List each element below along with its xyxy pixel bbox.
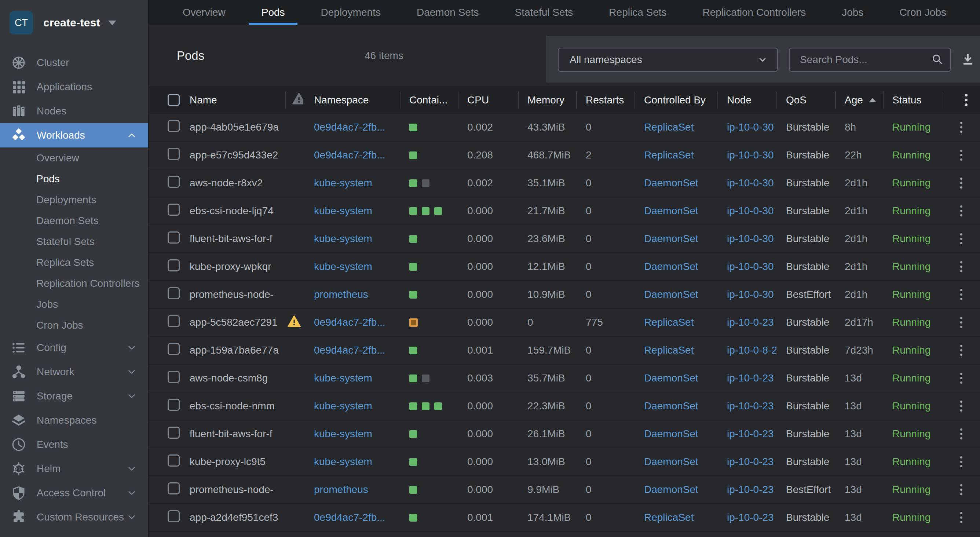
namespace-link[interactable]: kube-system <box>314 372 372 384</box>
node-link[interactable]: ip-10-0-23 <box>727 317 774 328</box>
table-row[interactable]: kube-proxy-lc9t5kube-system0.00013.0MiB0… <box>149 448 980 476</box>
tab-jobs[interactable]: Jobs <box>829 0 876 25</box>
row-actions-button[interactable] <box>943 317 980 328</box>
tab-replication-controllers[interactable]: Replication Controllers <box>690 0 819 25</box>
table-row[interactable]: prometheus-node-prometheus0.0009.9MiB0Da… <box>149 476 980 504</box>
tab-overview[interactable]: Overview <box>170 0 238 25</box>
sidebar-subitem-replication-controllers[interactable]: Replication Controllers <box>0 273 148 294</box>
row-actions-button[interactable] <box>943 289 980 300</box>
controlled-by-link[interactable]: DaemonSet <box>644 456 698 467</box>
namespace-link[interactable]: kube-system <box>314 428 372 440</box>
sidebar-subitem-replica-sets[interactable]: Replica Sets <box>0 252 148 273</box>
row-actions-button[interactable] <box>943 177 980 188</box>
namespace-link[interactable]: kube-system <box>314 205 372 217</box>
sidebar-item-cluster[interactable]: Cluster <box>0 51 148 75</box>
sidebar-item-custom-resources[interactable]: Custom Resources <box>0 505 148 529</box>
sidebar-item-namespaces[interactable]: Namespaces <box>0 408 148 432</box>
row-actions-button[interactable] <box>943 150 980 161</box>
sidebar-item-access-control[interactable]: Access Control <box>0 481 148 505</box>
sidebar-subitem-cron-jobs[interactable]: Cron Jobs <box>0 315 148 336</box>
row-checkbox[interactable] <box>168 482 180 494</box>
node-link[interactable]: ip-10-0-30 <box>727 261 774 272</box>
namespace-link[interactable]: kube-system <box>314 456 372 467</box>
namespace-link[interactable]: 0e9d4ac7-2fb... <box>314 344 385 356</box>
node-link[interactable]: ip-10-0-30 <box>727 149 774 161</box>
controlled-by-link[interactable]: DaemonSet <box>644 205 698 217</box>
column-header-node[interactable]: Node <box>718 86 776 114</box>
column-header-warnings[interactable] <box>285 86 303 114</box>
controlled-by-link[interactable]: ReplicaSet <box>644 149 694 161</box>
row-checkbox[interactable] <box>168 427 180 439</box>
tab-replica-sets[interactable]: Replica Sets <box>597 0 679 25</box>
node-link[interactable]: ip-10-0-23 <box>727 512 774 523</box>
row-checkbox[interactable] <box>168 343 180 355</box>
sidebar-subitem-stateful-sets[interactable]: Stateful Sets <box>0 231 148 252</box>
namespace-link[interactable]: prometheus <box>314 484 368 495</box>
controlled-by-link[interactable]: ReplicaSet <box>644 317 694 328</box>
table-row[interactable]: app-4ab05e1e679a0e9d4ac7-2fb...0.00243.3… <box>149 114 980 142</box>
row-actions-button[interactable] <box>943 512 980 523</box>
controlled-by-link[interactable]: DaemonSet <box>644 484 698 495</box>
row-actions-button[interactable] <box>943 261 980 272</box>
table-row[interactable]: ebs-csi-node-ljq74kube-system0.00021.7Mi… <box>149 198 980 225</box>
namespace-link[interactable]: kube-system <box>314 400 372 411</box>
row-actions-button[interactable] <box>943 429 980 440</box>
namespace-link[interactable]: 0e9d4ac7-2fb... <box>314 317 385 328</box>
select-all-checkbox[interactable] <box>168 94 180 106</box>
table-row[interactable]: app-84bc65bae1740e9d4ac7-2fb...0.0003.9M… <box>149 532 980 537</box>
node-link[interactable]: ip-10-0-23 <box>727 400 774 411</box>
node-link[interactable]: ip-10-0-30 <box>727 233 774 244</box>
tab-deployments[interactable]: Deployments <box>309 0 393 25</box>
controlled-by-link[interactable]: DaemonSet <box>644 177 698 188</box>
namespace-link[interactable]: kube-system <box>314 177 372 188</box>
column-settings-button[interactable] <box>943 86 980 114</box>
row-actions-button[interactable] <box>943 400 980 411</box>
row-actions-button[interactable] <box>943 345 980 356</box>
table-row[interactable]: app-e57c95d433e20e9d4ac7-2fb...0.208468.… <box>149 142 980 169</box>
controlled-by-link[interactable]: DaemonSet <box>644 372 698 384</box>
node-link[interactable]: ip-10-0-23 <box>727 428 774 440</box>
node-link[interactable]: ip-10-0-30 <box>727 177 774 188</box>
namespace-select[interactable]: All namespaces <box>558 48 778 72</box>
column-header-cpu[interactable]: CPU <box>458 86 518 114</box>
row-checkbox[interactable] <box>168 454 180 467</box>
column-header-namespace[interactable]: Namespace <box>303 86 400 114</box>
row-actions-button[interactable] <box>943 233 980 244</box>
column-header-containers[interactable]: Contai... <box>400 86 458 114</box>
namespace-link[interactable]: kube-system <box>314 233 372 244</box>
namespace-link[interactable]: 0e9d4ac7-2fb... <box>314 121 385 133</box>
sidebar-subitem-jobs[interactable]: Jobs <box>0 294 148 315</box>
sidebar-item-config[interactable]: Config <box>0 336 148 360</box>
download-button[interactable] <box>960 52 976 68</box>
column-header-controlled-by[interactable]: Controlled By <box>635 86 718 114</box>
row-checkbox[interactable] <box>168 176 180 188</box>
node-link[interactable]: ip-10-0-8-2 <box>727 344 776 356</box>
controlled-by-link[interactable]: ReplicaSet <box>644 121 694 133</box>
tab-stateful-sets[interactable]: Stateful Sets <box>503 0 586 25</box>
column-header-qos[interactable]: QoS <box>776 86 835 114</box>
sidebar-item-network[interactable]: Network <box>0 360 148 384</box>
sidebar-subitem-pods[interactable]: Pods <box>0 168 148 189</box>
row-actions-button[interactable] <box>943 456 980 467</box>
cluster-switcher[interactable]: CT create-test <box>0 0 148 41</box>
controlled-by-link[interactable]: DaemonSet <box>644 233 698 244</box>
sidebar-item-helm[interactable]: HELMHelm <box>0 457 148 481</box>
node-link[interactable]: ip-10-0-23 <box>727 484 774 495</box>
node-link[interactable]: ip-10-0-30 <box>727 289 774 300</box>
namespace-link[interactable]: kube-system <box>314 261 372 272</box>
column-header-restarts[interactable]: Restarts <box>576 86 635 114</box>
controlled-by-link[interactable]: DaemonSet <box>644 261 698 272</box>
table-row[interactable]: prometheus-node-prometheus0.00010.9MiB0D… <box>149 281 980 309</box>
row-checkbox[interactable] <box>168 204 180 216</box>
tab-daemon-sets[interactable]: Daemon Sets <box>404 0 492 25</box>
table-row[interactable]: aws-node-r8xv2kube-system0.00235.1MiB0Da… <box>149 169 980 198</box>
namespace-link[interactable]: 0e9d4ac7-2fb... <box>314 512 385 523</box>
table-row[interactable]: app-5c582aec72910e9d4ac7-2fb...0.0000775… <box>149 309 980 337</box>
controlled-by-link[interactable]: ReplicaSet <box>644 344 694 356</box>
controlled-by-link[interactable]: DaemonSet <box>644 400 698 411</box>
search-input[interactable] <box>799 54 931 66</box>
table-row[interactable]: aws-node-csm8gkube-system0.00335.7MiB0Da… <box>149 365 980 392</box>
row-checkbox[interactable] <box>168 399 180 411</box>
table-row[interactable]: ebs-csi-node-nmmkube-system0.00022.3MiB0… <box>149 392 980 421</box>
controlled-by-link[interactable]: ReplicaSet <box>644 512 694 523</box>
